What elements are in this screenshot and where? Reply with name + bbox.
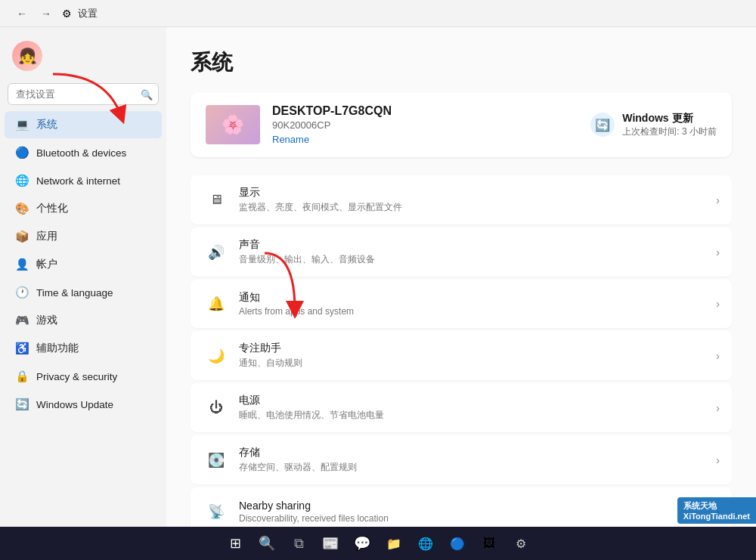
settings-item-sound[interactable]: 🔊 声音 音量级别、输出、输入、音频设备 › (191, 227, 732, 277)
sidebar-item-label-network: Network & internet (36, 175, 120, 187)
main-content: 系统 🌸 DESKTOP-L7G8CQN 90K20006CP Rename 🔄… (166, 27, 756, 527)
taskbar-edge[interactable]: 🌐 (412, 530, 439, 557)
rename-button[interactable]: Rename (272, 134, 392, 145)
sidebar-item-label-personalization: 个性化 (36, 202, 68, 215)
forward-button[interactable]: → (36, 6, 56, 21)
sound-text: 声音 音量级别、输出、输入、音频设备 (230, 238, 716, 266)
accounts-icon: 👤 (15, 258, 29, 271)
notifications-subtitle: Alerts from apps and system (239, 306, 707, 317)
sidebar-item-label-privacy: Privacy & security (36, 371, 117, 382)
storage-arrow: › (716, 454, 720, 466)
windows-update-card[interactable]: 🔄 Windows 更新 上次检查时间: 3 小时前 (590, 112, 717, 138)
computer-id: 90K20006CP (272, 119, 392, 131)
sidebar-item-label-windows-update: Windows Update (36, 399, 113, 410)
sidebar-item-accounts[interactable]: 👤 帐户 (5, 251, 162, 278)
sidebar-item-personalization[interactable]: 🎨 个性化 (5, 195, 162, 222)
watermark: 系统天地 XiTongTiandi.net (677, 497, 756, 524)
personalization-icon: 🎨 (15, 202, 29, 215)
sidebar-item-label-accessibility: 辅助功能 (36, 342, 79, 355)
settings-app-icon: ⚙ (62, 8, 72, 20)
taskbar-search[interactable]: 🔍 (253, 530, 280, 557)
page-title: 系统 (191, 48, 732, 77)
nav-buttons[interactable]: ← → (12, 6, 56, 21)
sidebar-item-apps[interactable]: 📦 应用 (5, 223, 162, 250)
settings-item-notifications[interactable]: 🔔 通知 Alerts from apps and system › (191, 280, 732, 328)
taskbar-explorer[interactable]: 📁 (380, 530, 407, 557)
power-icon: ⏻ (203, 394, 230, 422)
update-title: Windows 更新 (622, 112, 717, 125)
nearby-sharing-icon: 📡 (203, 498, 230, 525)
accessibility-icon: ♿ (15, 342, 29, 355)
computer-details: DESKTOP-L7G8CQN 90K20006CP Rename (272, 104, 392, 145)
power-arrow: › (716, 402, 720, 414)
search-box[interactable]: 🔍 (8, 83, 159, 105)
notifications-text: 通知 Alerts from apps and system (230, 291, 716, 317)
sidebar-item-bluetooth[interactable]: 🔵 Bluetooth & devices (5, 139, 162, 166)
app-container: 👧 🔍 💻 系统 🔵 Bluetooth & devices 🌐 Network… (0, 27, 756, 527)
back-button[interactable]: ← (12, 6, 32, 21)
notifications-title: 通知 (239, 291, 707, 305)
power-subtitle: 睡眠、电池使用情况、节省电池电量 (239, 409, 707, 422)
display-icon: 🖥 (203, 187, 230, 214)
nearby-sharing-title: Nearby sharing (239, 500, 707, 512)
thumbnail-emoji: 🌸 (222, 114, 244, 135)
sidebar-item-network[interactable]: 🌐 Network & internet (5, 167, 162, 194)
bluetooth-icon: 🔵 (15, 146, 29, 159)
computer-thumbnail: 🌸 (206, 105, 260, 144)
focus-subtitle: 通知、自动规则 (239, 357, 707, 370)
taskbar-start[interactable]: ⊞ (222, 530, 249, 557)
focus-title: 专注助手 (239, 342, 707, 355)
sidebar-item-windows-update[interactable]: 🔄 Windows Update (5, 391, 162, 418)
sidebar-item-label-bluetooth: Bluetooth & devices (36, 147, 126, 159)
storage-text: 存储 存储空间、驱动器、配置规则 (230, 446, 716, 474)
focus-text: 专注助手 通知、自动规则 (230, 342, 716, 370)
search-input[interactable] (8, 83, 159, 105)
computer-card: 🌸 DESKTOP-L7G8CQN 90K20006CP Rename 🔄 Wi… (191, 92, 732, 157)
taskbar-chat[interactable]: 💬 (349, 530, 376, 557)
taskbar-settings[interactable]: ⚙ (507, 530, 534, 557)
taskbar-chrome[interactable]: 🔵 (444, 530, 471, 557)
taskbar-widgets[interactable]: 📰 (317, 530, 344, 557)
sound-icon: 🔊 (203, 239, 230, 266)
watermark-line1: 系统天地 (683, 500, 750, 512)
sidebar-item-privacy[interactable]: 🔒 Privacy & security (5, 363, 162, 390)
apps-icon: 📦 (15, 230, 29, 243)
sidebar-item-time[interactable]: 🕐 Time & language (5, 279, 162, 306)
gaming-icon: 🎮 (15, 314, 29, 327)
search-icon: 🔍 (141, 88, 153, 100)
settings-item-focus[interactable]: 🌙 专注助手 通知、自动规则 › (191, 331, 732, 380)
storage-title: 存储 (239, 446, 707, 459)
sound-title: 声音 (239, 238, 707, 252)
settings-item-nearby-sharing[interactable]: 📡 Nearby sharing Discoverability, receiv… (191, 487, 732, 527)
display-subtitle: 监视器、亮度、夜间模式、显示配置文件 (239, 201, 707, 214)
sidebar-item-gaming[interactable]: 🎮 游戏 (5, 307, 162, 334)
taskbar: ⊞ 🔍 ⧉ 📰 💬 📁 🌐 🔵 🖼 ⚙ (0, 527, 756, 560)
power-text: 电源 睡眠、电池使用情况、节省电池电量 (230, 394, 716, 422)
nearby-sharing-text: Nearby sharing Discoverability, received… (230, 500, 716, 524)
settings-item-storage[interactable]: 💽 存储 存储空间、驱动器、配置规则 › (191, 435, 732, 484)
computer-name: DESKTOP-L7G8CQN (272, 104, 392, 118)
power-title: 电源 (239, 394, 707, 407)
sidebar-item-system[interactable]: 💻 系统 (5, 111, 162, 138)
title-bar-text: 设置 (78, 7, 98, 20)
sidebar-item-label-system: 系统 (36, 118, 57, 131)
windows-update-icon: 🔄 (15, 398, 29, 411)
sidebar-item-label-accounts: 帐户 (36, 258, 57, 271)
update-info: Windows 更新 上次检查时间: 3 小时前 (622, 112, 717, 138)
taskbar-photos[interactable]: 🖼 (476, 530, 503, 557)
update-subtitle: 上次检查时间: 3 小时前 (622, 125, 717, 138)
title-bar: ← → ⚙ 设置 (0, 0, 756, 27)
sidebar-item-label-gaming: 游戏 (36, 314, 57, 327)
taskbar-taskview[interactable]: ⧉ (285, 530, 312, 557)
focus-icon: 🌙 (203, 342, 230, 370)
settings-item-display[interactable]: 🖥 显示 监视器、亮度、夜间模式、显示配置文件 › (191, 175, 732, 224)
computer-info: 🌸 DESKTOP-L7G8CQN 90K20006CP Rename (206, 104, 392, 145)
storage-subtitle: 存储空间、驱动器、配置规则 (239, 461, 707, 474)
sidebar-item-accessibility[interactable]: ♿ 辅助功能 (5, 335, 162, 362)
settings-item-power[interactable]: ⏻ 电源 睡眠、电池使用情况、节省电池电量 › (191, 383, 732, 432)
sidebar-item-label-time: Time & language (36, 287, 113, 299)
storage-icon: 💽 (203, 447, 230, 474)
nearby-sharing-subtitle: Discoverability, received files location (239, 513, 707, 524)
update-icon: 🔄 (590, 113, 615, 137)
sidebar-item-label-apps: 应用 (36, 230, 57, 243)
